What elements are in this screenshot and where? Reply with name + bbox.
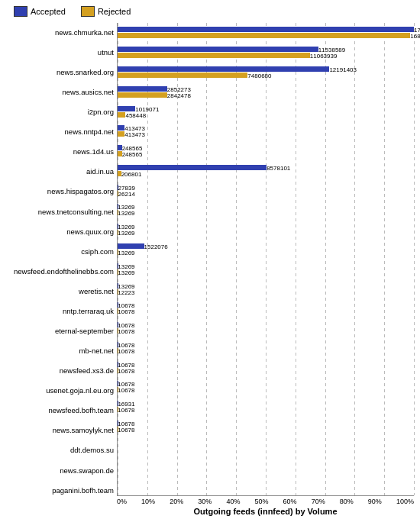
bar-row: 121914037480680 <box>118 65 414 79</box>
accepted-bar-fill <box>118 47 318 52</box>
rejected-value: 10678 <box>118 308 134 315</box>
rejected-value: 10678 <box>118 427 134 434</box>
accepted-bar: 10678 <box>118 322 414 327</box>
accepted-bar <box>118 440 414 446</box>
chart-container: Accepted Rejected news.chmurka.netutnutn… <box>0 0 420 519</box>
rejected-value: 10678 <box>118 387 134 394</box>
bar-row: 1067810678 <box>118 340 414 354</box>
rejected-value: 16843414 <box>410 33 420 40</box>
bar-pair: 1326912223 <box>118 283 414 295</box>
rejected-bar: 12223 <box>118 289 414 295</box>
accepted-bar <box>118 479 414 485</box>
bar-row: 8578101206801 <box>118 163 414 177</box>
bar-pair: 121914037480680 <box>118 66 414 78</box>
bar-pair: 28522732842478 <box>118 86 414 98</box>
x-axis-label: 40% <box>226 498 240 505</box>
y-label: nntp.terraraq.uk <box>6 305 114 318</box>
accepted-bar-fill <box>118 27 414 32</box>
rejected-value: 413473 <box>124 131 145 138</box>
y-label: news.quux.org <box>6 225 114 239</box>
rejected-value: 12223 <box>118 289 134 296</box>
accepted-bar: 12191403 <box>118 66 414 72</box>
accepted-bar: 1019071 <box>118 106 414 111</box>
y-label: i2pn.org <box>6 105 114 119</box>
rejected-bar: 10678 <box>118 348 414 353</box>
x-axis-label: 70% <box>312 498 325 505</box>
bar-row: 1067810678 <box>118 301 414 315</box>
rejected-value: 2842478 <box>167 92 191 99</box>
bar-pair: 1705380716843414 <box>118 27 414 38</box>
bar-row: 1326913269 <box>118 203 414 217</box>
y-label: paganini.bofh.team <box>6 484 114 498</box>
y-label: newsfeed.xs3.de <box>6 364 114 378</box>
accepted-bar: 1522076 <box>118 243 414 249</box>
rejected-bar: 16843414 <box>118 33 414 38</box>
bar-pair: 1326913269 <box>118 263 414 275</box>
rejected-value: 13269 <box>118 230 134 237</box>
rejected-value: 458448 <box>125 112 146 119</box>
y-label: mb-net.net <box>6 344 114 358</box>
y-label: ddt.demos.su <box>6 444 114 458</box>
accepted-bar: 13269 <box>118 283 414 289</box>
bar-row: 413473413473 <box>118 124 414 138</box>
bar-row: 1067810678 <box>118 420 414 434</box>
x-axis-label: 100% <box>396 498 414 505</box>
y-label: news.ausics.net <box>6 85 114 99</box>
rejected-bar-fill <box>118 33 410 38</box>
accepted-legend-label: Accepted <box>31 7 66 16</box>
x-axis-label: 0% <box>117 498 127 505</box>
accepted-bar: 248565 <box>118 145 414 150</box>
rejected-bar: 10678 <box>118 387 414 392</box>
bar-pair: 8578101206801 <box>118 165 414 176</box>
rejected-value: 13269 <box>118 250 134 256</box>
rejected-legend-box <box>81 6 95 17</box>
rejected-value: 10678 <box>118 348 134 355</box>
accepted-bar: 10678 <box>118 421 414 426</box>
rejected-bar: 458448 <box>118 112 414 118</box>
y-label: news.chmurka.net <box>6 26 114 40</box>
rejected-bar <box>118 446 414 452</box>
accepted-bar-fill <box>118 86 167 92</box>
rejected-bar: 10678 <box>118 368 414 373</box>
bar-row: 152207613269 <box>118 242 414 256</box>
accepted-bar: 16931 <box>118 401 414 406</box>
accepted-bar: 10678 <box>118 362 414 367</box>
rejected-value: 10678 <box>118 328 134 335</box>
bar-pair: 413473413473 <box>118 125 414 137</box>
bar-pair: 1326913269 <box>118 224 414 235</box>
bar-pair: 1067810678 <box>118 362 414 373</box>
y-label: usenet.goja.nl.eu.org <box>6 384 114 398</box>
bar-pair <box>118 460 414 472</box>
bars-area: 1705380716843414115385891106393912191403… <box>117 23 414 516</box>
accepted-bar: 11538589 <box>118 47 414 52</box>
rejected-value: 7480680 <box>247 73 271 79</box>
bar-row: 1693110678 <box>118 400 414 414</box>
legend-accepted: Accepted <box>14 6 66 17</box>
accepted-bar-fill <box>118 125 124 131</box>
rejected-bar: 13269 <box>118 230 414 235</box>
y-label: news.snarked.org <box>6 66 114 79</box>
bar-pair: 1019071458448 <box>118 106 414 118</box>
y-label: news.1d4.us <box>6 146 114 160</box>
x-axis-label: 30% <box>198 498 212 505</box>
bar-pair <box>118 479 414 491</box>
bar-row: 2783926214 <box>118 183 414 197</box>
rejected-bar-fill <box>118 53 310 58</box>
x-axis-labels: 0%10%20%30%40%50%60%70%80%90%100% <box>117 496 414 505</box>
bar-row <box>118 459 414 472</box>
rejected-value: 13269 <box>118 210 134 217</box>
accepted-bar: 8578101 <box>118 165 414 170</box>
bar-row: 248565248565 <box>118 144 414 158</box>
bar-row: 1705380716843414 <box>118 26 414 40</box>
x-axis-label: 10% <box>141 498 155 505</box>
rejected-bar: 10678 <box>118 308 414 314</box>
rejected-bar: 13269 <box>118 250 414 255</box>
rejected-bar: 10678 <box>118 328 414 334</box>
y-label: news.tnetconsulting.net <box>6 205 114 219</box>
rejected-value: 13269 <box>118 269 134 276</box>
rejected-value: 248565 <box>122 151 143 158</box>
bars-container: 1705380716843414115385891106393912191403… <box>117 23 414 496</box>
accepted-bar: 13269 <box>118 204 414 209</box>
bar-row <box>118 439 414 453</box>
rejected-bar: 10678 <box>118 427 414 432</box>
